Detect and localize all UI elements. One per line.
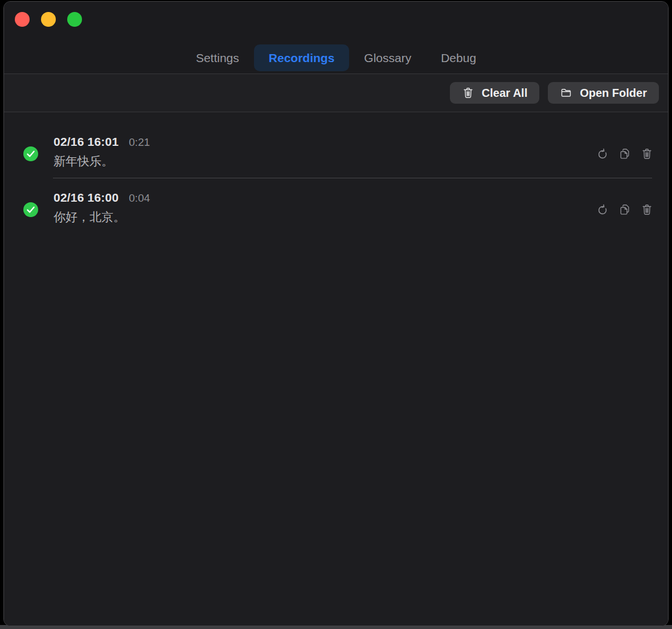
folder-icon [560, 87, 572, 99]
copy-button[interactable] [618, 203, 631, 216]
recording-info: 02/16 16:01 0:21 新年快乐。 [54, 134, 596, 169]
minimize-button[interactable] [41, 12, 56, 27]
copy-icon [618, 203, 631, 216]
close-button[interactable] [15, 12, 30, 27]
recording-duration: 0:21 [129, 135, 150, 150]
titlebar: Settings Recordings Glossary Debug [4, 2, 668, 74]
tab-settings[interactable]: Settings [181, 44, 254, 71]
tab-recordings[interactable]: Recordings [254, 44, 350, 71]
check-circle-icon [23, 146, 38, 161]
recording-transcript: 你好，北京。 [54, 210, 596, 224]
retry-button[interactable] [596, 203, 609, 216]
recording-actions [596, 148, 653, 160]
clear-all-button[interactable]: Clear All [450, 82, 539, 104]
delete-button[interactable] [641, 203, 653, 216]
tab-glossary[interactable]: Glossary [349, 44, 426, 71]
recordings-list: 02/16 16:01 0:21 新年快乐。 [4, 112, 668, 626]
trash-icon [462, 87, 474, 99]
recording-info: 02/16 16:00 0:04 你好，北京。 [54, 190, 596, 224]
zoom-button[interactable] [67, 12, 82, 27]
retry-button[interactable] [596, 148, 609, 160]
check-circle-icon [23, 202, 38, 217]
copy-icon [618, 148, 631, 160]
recordings-toolbar: Clear All Open Folder [4, 74, 668, 112]
recording-row: 02/16 16:00 0:04 你好，北京。 [4, 178, 668, 234]
recording-row: 02/16 16:01 0:21 新年快乐。 [4, 122, 668, 178]
copy-button[interactable] [618, 148, 631, 160]
trash-icon [641, 203, 653, 216]
retry-icon [596, 203, 609, 216]
app-window: Settings Recordings Glossary Debug Clear… [3, 1, 669, 626]
retry-icon [596, 148, 609, 160]
recording-transcript: 新年快乐。 [54, 154, 596, 169]
open-folder-button[interactable]: Open Folder [548, 82, 659, 104]
recording-duration: 0:04 [129, 191, 150, 206]
clear-all-label: Clear All [482, 87, 527, 100]
traffic-lights [15, 12, 82, 27]
tab-debug[interactable]: Debug [426, 44, 491, 71]
tab-bar: Settings Recordings Glossary Debug [4, 44, 668, 71]
trash-icon [641, 148, 653, 160]
recording-timestamp: 02/16 16:00 [54, 190, 118, 205]
recording-timestamp: 02/16 16:01 [54, 134, 118, 149]
delete-button[interactable] [641, 148, 653, 160]
recording-actions [596, 203, 653, 216]
open-folder-label: Open Folder [580, 87, 647, 100]
